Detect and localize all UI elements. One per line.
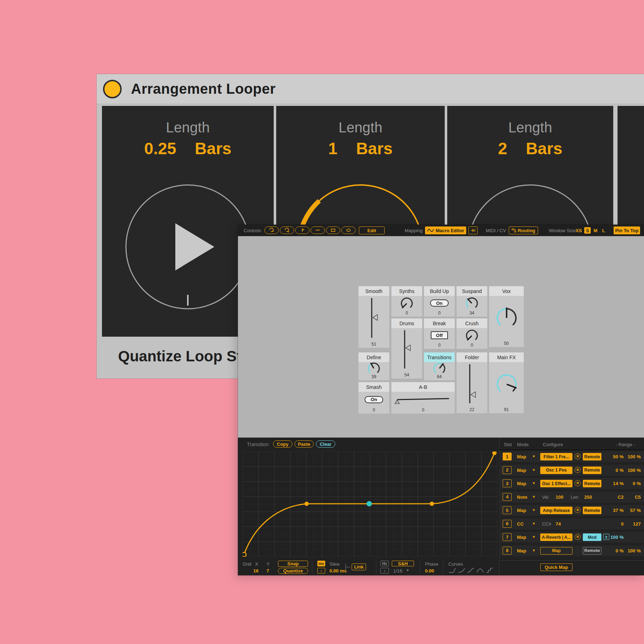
note-mode-button[interactable]: ♪: [317, 568, 325, 574]
copy-button[interactable]: Copy: [273, 440, 292, 448]
range-min[interactable]: 0 %: [606, 468, 624, 473]
macro-control-folder[interactable]: [457, 362, 487, 405]
macro-editor-button[interactable]: Macro Editor: [425, 226, 466, 234]
expand-button[interactable]: [468, 226, 478, 234]
mode-select[interactable]: Note: [517, 494, 527, 500]
macro-value-crush[interactable]: 0: [457, 343, 487, 348]
exp-curve-icon[interactable]: [458, 567, 467, 573]
unmap-icon[interactable]: ✕: [575, 534, 581, 540]
macro-label-break[interactable]: Break: [424, 318, 455, 328]
macro-value-define[interactable]: 39: [358, 374, 389, 379]
unmap-icon[interactable]: ✕: [575, 507, 581, 513]
frame-icon[interactable]: [326, 226, 340, 234]
routing-button[interactable]: Routing: [509, 226, 538, 234]
macro-label-transitions[interactable]: Transitions: [424, 352, 455, 362]
retrigger-icon[interactable]: [280, 226, 294, 234]
chevron-down-icon[interactable]: ▼: [532, 508, 536, 512]
range-min[interactable]: 14 %: [606, 481, 624, 486]
sync-loop-icon[interactable]: [264, 226, 279, 234]
secondary-button[interactable]: Remote: [583, 547, 601, 555]
slot-number-5[interactable]: 5: [503, 506, 512, 514]
pin-to-top-button[interactable]: Pin To Top: [614, 226, 640, 234]
steps-curve-icon[interactable]: [486, 567, 495, 573]
range-min[interactable]: C2: [606, 494, 624, 500]
macro-control-buildup[interactable]: On: [424, 296, 455, 310]
loop-dial[interactable]: [124, 183, 252, 311]
range-min[interactable]: 50 %: [606, 454, 624, 459]
range-max[interactable]: 100 %: [622, 468, 641, 473]
macro-control-synths[interactable]: [391, 296, 422, 311]
ramp-icon[interactable]: [311, 226, 325, 234]
edit-button[interactable]: Edit: [359, 226, 385, 234]
secondary-button[interactable]: Remote: [583, 480, 601, 487]
unmap-icon[interactable]: ✕: [575, 480, 581, 486]
unmap-icon[interactable]: ✕: [575, 467, 581, 473]
secondary-button[interactable]: Remote: [583, 467, 601, 474]
slew-value[interactable]: 0.00 ms: [330, 568, 347, 574]
paste-button[interactable]: Paste: [294, 440, 314, 448]
target-button[interactable]: Map: [540, 547, 572, 555]
mode-select[interactable]: Map: [517, 548, 526, 553]
rate-value[interactable]: 1/16: [393, 568, 402, 574]
chevron-down-icon[interactable]: ▼: [532, 454, 536, 458]
curve-point-5[interactable]: [492, 452, 497, 455]
macro-label-vox[interactable]: Vox: [489, 286, 524, 296]
quantize-button[interactable]: Quantize: [278, 568, 308, 574]
ms-mode-button[interactable]: ms: [317, 561, 325, 566]
quick-map-button[interactable]: Quick Map: [540, 564, 572, 571]
range-max[interactable]: 57 %: [622, 508, 641, 513]
slot-number-6[interactable]: 6: [503, 520, 512, 528]
ramp-curve-icon[interactable]: [448, 567, 458, 573]
range-min[interactable]: 0 %: [606, 548, 624, 553]
mode-select[interactable]: Map: [517, 481, 526, 486]
macro-control-define[interactable]: [358, 362, 389, 375]
length-value[interactable]: 2: [498, 139, 507, 158]
range-min[interactable]: 37 %: [606, 508, 624, 513]
range-max[interactable]: 100 %: [622, 454, 641, 459]
macro-label-buildup[interactable]: Build Up: [424, 286, 455, 296]
macro-value-transitions[interactable]: 64: [424, 374, 455, 379]
range-min[interactable]: 0: [606, 521, 624, 527]
macro-control-smooth[interactable]: [358, 296, 389, 340]
size-l-button[interactable]: L: [602, 228, 605, 233]
arch-curve-icon[interactable]: [476, 567, 486, 573]
device-power-icon[interactable]: [103, 80, 122, 98]
field-value[interactable]: 74: [556, 521, 561, 527]
macro-label-smash[interactable]: Smash: [358, 382, 389, 392]
chevron-down-icon[interactable]: ▼: [532, 495, 536, 499]
chevron-down-icon[interactable]: ▼: [532, 522, 536, 526]
macro-label-suspand[interactable]: Suspand: [457, 286, 487, 296]
macro-control-ab[interactable]: [391, 392, 455, 407]
macro-control-smash[interactable]: On: [358, 392, 389, 407]
range-max[interactable]: 0 %: [622, 481, 641, 486]
note-rate-button[interactable]: ♪: [380, 568, 389, 574]
mode-select[interactable]: Map: [517, 468, 526, 473]
macro-value-buildup[interactable]: 0: [424, 311, 455, 316]
curve-point-4[interactable]: [430, 502, 434, 506]
macro-control-drums[interactable]: [391, 328, 422, 371]
macro-value-smooth[interactable]: 51: [358, 342, 389, 347]
mode-select[interactable]: Map: [517, 454, 526, 459]
macro-value-smash[interactable]: 0: [358, 408, 389, 413]
chevron-down-icon[interactable]: ▼: [532, 548, 536, 552]
macro-label-ab[interactable]: A-B: [391, 382, 455, 392]
slot-number-1[interactable]: 1: [503, 453, 512, 460]
macro-label-crush[interactable]: Crush: [457, 318, 487, 328]
range-max[interactable]: C5: [622, 494, 641, 500]
curve-point-2[interactable]: [304, 502, 309, 506]
length-value[interactable]: 0.25: [144, 139, 176, 158]
grid-x-value[interactable]: 16: [253, 568, 258, 574]
macro-control-suspand[interactable]: [457, 296, 487, 311]
play-icon[interactable]: [175, 223, 214, 270]
snap-button[interactable]: Snap: [278, 561, 308, 567]
toggle-buildup[interactable]: On: [430, 299, 449, 307]
macro-value-synths[interactable]: 0: [391, 311, 422, 316]
size-m-button[interactable]: M: [594, 228, 597, 233]
field-value[interactable]: 100: [556, 494, 564, 500]
size-s-button-active[interactable]: S: [584, 227, 591, 234]
marker-icon[interactable]: [295, 226, 309, 234]
secondary-button[interactable]: Remote: [583, 453, 601, 460]
macro-control-crush[interactable]: [457, 328, 487, 343]
slot-number-3[interactable]: 3: [503, 479, 512, 487]
target-button[interactable]: Filter 1 Fre...: [540, 453, 572, 460]
